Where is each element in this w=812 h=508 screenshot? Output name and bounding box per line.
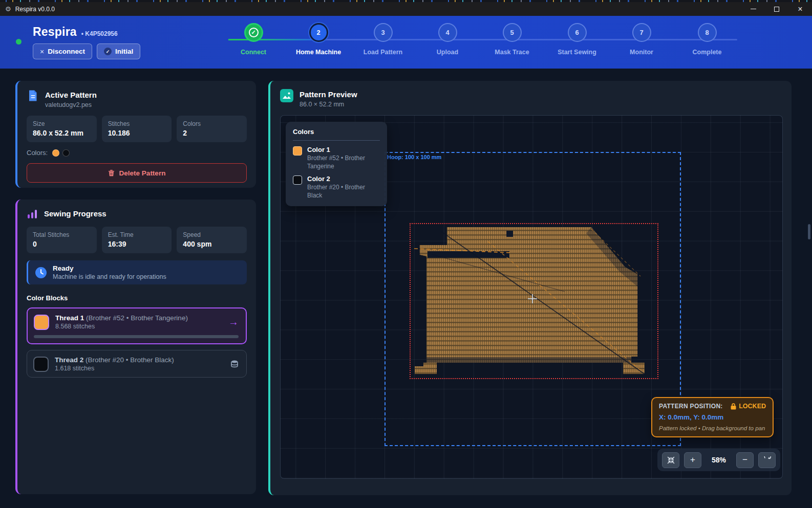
zoom-toolbar: + 58% −	[657, 449, 780, 471]
step-label: Monitor	[630, 49, 653, 56]
thread-stitch-count: 8.568 stitches	[55, 323, 222, 330]
status-detail: Machine is idle and ready for operations	[53, 273, 166, 280]
document-icon	[27, 90, 39, 102]
zoom-in-button[interactable]: +	[684, 452, 701, 468]
check-icon: ✓	[249, 28, 259, 37]
step-circle: ✓	[244, 23, 263, 42]
step-label: Home Machine	[296, 49, 341, 56]
legend-swatch	[293, 146, 302, 156]
machine-serial: • K4P502956	[81, 30, 118, 37]
color-dot	[52, 149, 59, 157]
step-label: Connect	[241, 49, 266, 56]
step-circle: 2	[309, 23, 328, 42]
thread-swatch	[34, 315, 49, 330]
step-circle: 6	[568, 23, 587, 42]
pattern-coordinates: X: 0.0mm, Y: 0.0mm	[659, 413, 766, 421]
pattern-colors-row: Colors:	[27, 149, 247, 157]
scrollbar-thumb[interactable]	[808, 224, 810, 239]
preview-dimensions: 86.0 × 52.2 mm	[300, 101, 357, 108]
minimize-button[interactable]	[741, 2, 765, 16]
machine-status-box: Ready Machine is idle and ready for oper…	[27, 260, 247, 284]
zoom-out-button[interactable]: −	[736, 452, 754, 468]
step-circle: 4	[438, 23, 457, 42]
legend-color-desc: Brother #20 • Brother Black	[307, 184, 380, 200]
stat-value: 86.0 x 52.2 mm	[33, 129, 91, 137]
active-pattern-title: Active Pattern	[45, 90, 97, 99]
window-controls: ×	[741, 2, 812, 16]
disconnect-x-icon: ×	[40, 48, 44, 56]
clock-icon	[35, 267, 47, 279]
legend-title: Colors	[293, 128, 380, 136]
legend-color-name: Color 1	[307, 146, 380, 153]
step-start-sewing[interactable]: 6Start Sewing	[546, 23, 608, 56]
image-icon	[280, 89, 293, 102]
legend-swatch	[293, 175, 302, 185]
stat-total-stitches: Total Stitches0	[27, 227, 97, 253]
maximize-button[interactable]	[765, 2, 788, 16]
stat-label: Est. Time	[108, 231, 166, 238]
step-circle: 7	[632, 23, 651, 42]
app-window: ⚙ Respira v0.0.0 × Respira • K4P502956 ×…	[0, 0, 812, 508]
initial-button[interactable]: ✓ Initial	[97, 43, 140, 59]
brand-block: Respira • K4P502956 × Disconnect ✓ Initi…	[33, 25, 140, 59]
minimize-icon	[751, 9, 756, 9]
active-pattern-card: Active Pattern valetudogv2.pes Size86.0 …	[15, 81, 256, 188]
fit-icon	[667, 456, 675, 464]
step-monitor[interactable]: 7Monitor	[611, 23, 672, 56]
stat-value: 16:39	[108, 240, 166, 248]
thread-block-thread-2[interactable]: Thread 2 (Brother #20 • Brother Black)1.…	[27, 350, 247, 378]
trash-icon	[108, 169, 115, 176]
stat-value: 400 spm	[183, 240, 241, 248]
step-complete[interactable]: 8Complete	[676, 23, 738, 56]
status-title: Ready	[53, 264, 166, 272]
titlebar: ⚙ Respira v0.0.0 ×	[0, 2, 812, 16]
thread-swatch	[33, 357, 49, 372]
thread-name: Thread 2 (Brother #20 • Brother Black)	[55, 356, 224, 364]
step-circle: 3	[374, 23, 393, 42]
app-icon: ⚙	[5, 5, 11, 13]
hoop-label: Hoop: 100 x 100 mm	[387, 154, 441, 160]
disconnect-button[interactable]: × Disconnect	[33, 43, 92, 59]
locked-badge: LOCKED	[731, 403, 766, 410]
step-connect[interactable]: ✓Connect	[223, 23, 284, 56]
app-name: Respira	[33, 25, 77, 39]
colors-legend: Colors Color 1Brother #52 • Brother Tang…	[286, 122, 387, 206]
layers-icon	[230, 360, 239, 369]
pattern-position-overlay: PATTERN POSITION: LOCKED X: 0.0mm, Y: 0.…	[651, 397, 774, 437]
step-label: Load Pattern	[364, 49, 402, 56]
reset-view-button[interactable]	[758, 452, 776, 468]
colors-label: Colors:	[27, 149, 48, 157]
stat-colors: Colors2	[177, 116, 247, 142]
thread-stitch-count: 1.618 stitches	[55, 365, 224, 372]
step-home-machine[interactable]: 2Home Machine	[288, 23, 349, 56]
fit-to-screen-button[interactable]	[662, 452, 679, 468]
zoom-level: 58%	[706, 456, 732, 464]
preview-canvas[interactable]: Hoop: 100 x 100 mm	[280, 115, 783, 479]
bar-chart-icon	[27, 208, 38, 219]
close-button[interactable]: ×	[788, 2, 812, 16]
step-upload[interactable]: 4Upload	[417, 23, 478, 56]
pan-hint: Pattern locked • Drag background to pan	[659, 425, 766, 431]
stat-speed: Speed400 spm	[177, 227, 247, 253]
stat-stitches: Stitches10.186	[102, 116, 172, 142]
step-label: Mask Trace	[495, 49, 529, 56]
wizard-stepper: ✓Connect2Home Machine3Load Pattern4Uploa…	[229, 23, 762, 67]
step-load-pattern[interactable]: 3Load Pattern	[352, 23, 414, 56]
step-label: Complete	[693, 49, 722, 56]
stat-value: 0	[33, 240, 91, 248]
refresh-icon	[763, 456, 771, 464]
color-blocks-label: Color Blocks	[27, 294, 247, 302]
sewing-progress-card: Sewing Progress Total Stitches0Est. Time…	[15, 200, 256, 494]
thread-block-thread-1[interactable]: Thread 1 (Brother #52 • Brother Tangerin…	[27, 307, 247, 344]
step-circle: 5	[503, 23, 522, 42]
window-title: Respira v0.0.0	[15, 6, 55, 13]
initial-check-icon: ✓	[104, 48, 112, 55]
delete-pattern-button[interactable]: Delete Pattern	[27, 163, 247, 183]
stat-est-time: Est. Time16:39	[102, 227, 172, 253]
legend-color-desc: Brother #52 • Brother Tangerine	[307, 154, 380, 170]
arrow-right-icon: →	[228, 316, 239, 328]
pattern-preview-card: Pattern Preview 86.0 × 52.2 mm Hoop: 100…	[268, 81, 792, 495]
lock-icon	[731, 403, 736, 410]
step-mask-trace[interactable]: 5Mask Trace	[481, 23, 543, 56]
color-dot	[62, 149, 70, 157]
